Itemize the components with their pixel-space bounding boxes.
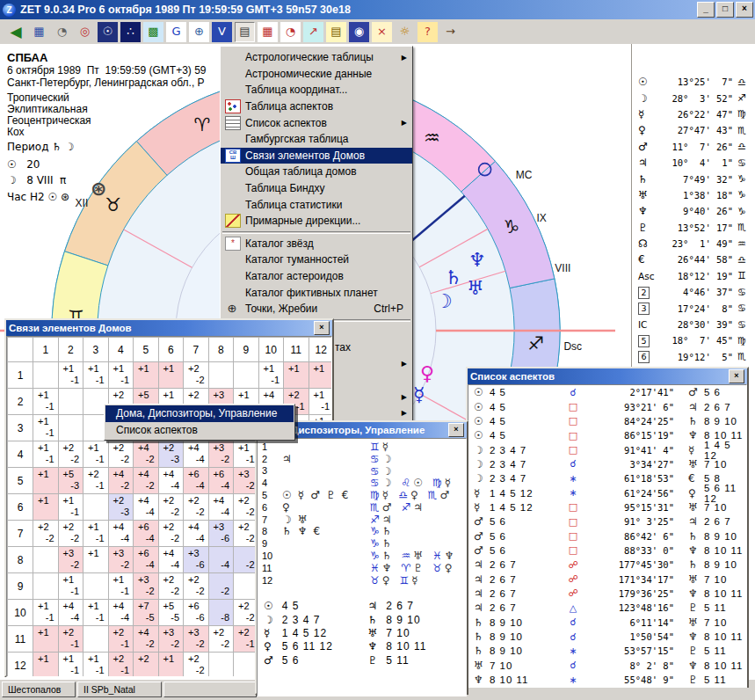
value-cell[interactable]: +2-2 — [184, 362, 209, 389]
menu-item-список-аспектов[interactable]: Список аспектов▶ — [221, 114, 412, 131]
maximize-button[interactable]: □ — [716, 2, 734, 18]
value-cell[interactable]: +3-6 — [184, 547, 209, 573]
menu-item-точки-жребии[interactable]: ⊕Точки, ЖребииCtrl+P — [221, 301, 412, 317]
menu-item-каталог-зв-зд[interactable]: *Каталог звёзд — [221, 236, 412, 252]
google-icon[interactable]: G — [166, 22, 186, 42]
value-cell[interactable]: -2 — [208, 573, 234, 600]
value-cell[interactable]: +1-1 — [258, 362, 284, 389]
help-icon[interactable]: ? — [417, 22, 438, 42]
value-cell[interactable]: +4-4 — [108, 600, 134, 626]
menu-item-астрологические-таблицы[interactable]: Астрологические таблицы▶ — [221, 49, 412, 66]
menu-item-каталог-астероидов[interactable]: Каталог астероидов — [221, 268, 412, 285]
value-cell[interactable] — [33, 573, 59, 600]
settings-tools-icon[interactable]: × — [372, 22, 392, 42]
value-cell[interactable] — [58, 415, 83, 441]
context-menu-item[interactable]: Дома, Диспозиторы, Управление — [105, 405, 294, 422]
menu-item-каталог-фиктивных-планет[interactable]: Каталог фиктивных планет — [221, 284, 412, 301]
value-cell[interactable]: +6-4 — [134, 547, 159, 573]
value-cell[interactable]: +2-2 — [108, 441, 134, 468]
close-icon[interactable]: × — [314, 321, 330, 335]
menu-item-каталог-туманностей[interactable]: Каталог туманностей — [221, 252, 412, 268]
value-cell[interactable]: +2-2 — [158, 494, 184, 521]
chart-tab-empty[interactable] — [163, 682, 257, 697]
map-icon[interactable]: ▩ — [143, 22, 163, 42]
value-cell[interactable]: +4-2 — [134, 626, 159, 653]
notes-icon[interactable]: ▤ — [326, 22, 346, 42]
value-cell[interactable]: +4-4 — [184, 521, 209, 547]
value-cell[interactable]: +3-2 — [158, 626, 184, 653]
chart-wheel-icon[interactable]: ◎ — [75, 22, 95, 42]
value-cell[interactable]: +4-4 — [208, 494, 234, 521]
close-icon[interactable]: × — [448, 423, 464, 437]
house-links-titlebar[interactable]: Связи элементов Домов × — [6, 320, 332, 336]
aspect-table-icon[interactable]: ▦ — [258, 22, 278, 42]
value-cell[interactable]: +3-6 — [208, 521, 234, 547]
value-cell[interactable]: +2-2 — [33, 521, 59, 547]
alarm-icon[interactable]: ☼ — [395, 22, 415, 42]
value-cell[interactable]: +1-1 — [108, 362, 134, 389]
back-button[interactable]: ◀ — [5, 23, 26, 40]
value-cell[interactable]: +1-1 — [83, 521, 109, 547]
value-cell[interactable]: +1 — [33, 626, 59, 653]
value-cell[interactable]: +6-4 — [208, 468, 234, 494]
value-cell[interactable]: +4-2 — [134, 441, 159, 468]
value-cell[interactable]: +2-2 — [184, 573, 209, 600]
value-cell[interactable]: +1-1 — [33, 441, 59, 468]
value-cell[interactable] — [83, 573, 109, 600]
value-cell[interactable] — [33, 547, 59, 573]
value-cell[interactable]: +6-6 — [184, 600, 209, 626]
value-cell[interactable]: -4 — [208, 547, 234, 573]
menu-item-общая-таблица-домов[interactable]: Общая таблица домов — [221, 164, 412, 180]
value-cell[interactable]: +4-4 — [184, 441, 209, 468]
value-cell[interactable]: +1-1 — [58, 653, 83, 678]
value-cell[interactable]: +1-1 — [83, 600, 109, 626]
value-cell[interactable]: +4-2 — [108, 468, 134, 494]
value-cell[interactable]: +1 — [83, 547, 109, 573]
value-cell[interactable]: +1-1 — [83, 362, 109, 389]
value-cell[interactable]: +3-2 — [208, 441, 234, 468]
value-cell[interactable]: +7-5 — [134, 600, 159, 626]
value-cell[interactable]: +6-4 — [184, 468, 209, 494]
value-cell[interactable]: +4-2 — [134, 468, 159, 494]
star-sky-icon[interactable]: ∴ — [120, 22, 141, 42]
value-cell[interactable] — [208, 362, 234, 389]
events-table-icon[interactable]: ▦ — [29, 22, 49, 42]
value-cell[interactable]: +1-1 — [108, 573, 134, 600]
value-cell[interactable] — [208, 653, 234, 678]
value-cell[interactable] — [58, 389, 83, 415]
value-cell[interactable]: +5-5 — [158, 600, 184, 626]
value-cell[interactable] — [83, 626, 109, 653]
value-cell[interactable]: +3-2 — [134, 573, 159, 600]
clock-red-icon[interactable]: ◔ — [280, 22, 301, 42]
value-cell[interactable]: +4-4 — [134, 494, 159, 521]
value-cell[interactable]: +3-2 — [58, 547, 83, 573]
menu-item-таблица-аспектов[interactable]: Таблица аспектов — [221, 98, 412, 115]
value-cell[interactable]: +4-4 — [158, 547, 184, 573]
value-cell[interactable]: +1-1 — [83, 653, 109, 678]
value-cell[interactable]: +2-1 — [58, 626, 83, 653]
value-cell[interactable]: +2-2 — [158, 521, 184, 547]
value-cell[interactable]: +1 — [284, 362, 309, 389]
value-cell[interactable]: +1-1 — [309, 389, 332, 415]
value-cell[interactable]: +1-1 — [58, 494, 83, 521]
menu-item-астрономические-данные[interactable]: Астрономические данные — [221, 66, 412, 83]
value-cell[interactable]: +1 — [134, 362, 159, 389]
value-cell[interactable] — [33, 362, 59, 389]
value-cell[interactable]: +2-2 — [58, 521, 83, 547]
value-cell[interactable]: +1-1 — [33, 389, 59, 415]
value-cell[interactable]: +2-1 — [108, 626, 134, 653]
value-cell[interactable]: +3-2 — [108, 547, 134, 573]
value-cell[interactable]: +1-1 — [58, 573, 83, 600]
menu-item-таблица-биндху[interactable]: Таблица Биндху — [221, 180, 412, 197]
dynamics-chart-icon[interactable]: ↗ — [303, 22, 323, 42]
astro-processor-icon[interactable]: ◉ — [349, 22, 369, 42]
aspect-list-titlebar[interactable]: Список аспектов × — [468, 368, 747, 384]
value-cell[interactable] — [83, 494, 109, 521]
value-cell[interactable]: +2-1 — [108, 653, 134, 678]
value-cell[interactable]: +3-2 — [184, 626, 209, 653]
value-cell[interactable]: +1 — [33, 468, 59, 494]
chart-tab-1[interactable]: II SPb_Natal — [77, 682, 162, 697]
value-cell[interactable]: +4-4 — [108, 521, 134, 547]
value-cell[interactable]: +2 — [134, 653, 159, 678]
menu-item-таблица-статистики[interactable]: Таблица статистики — [221, 196, 412, 213]
